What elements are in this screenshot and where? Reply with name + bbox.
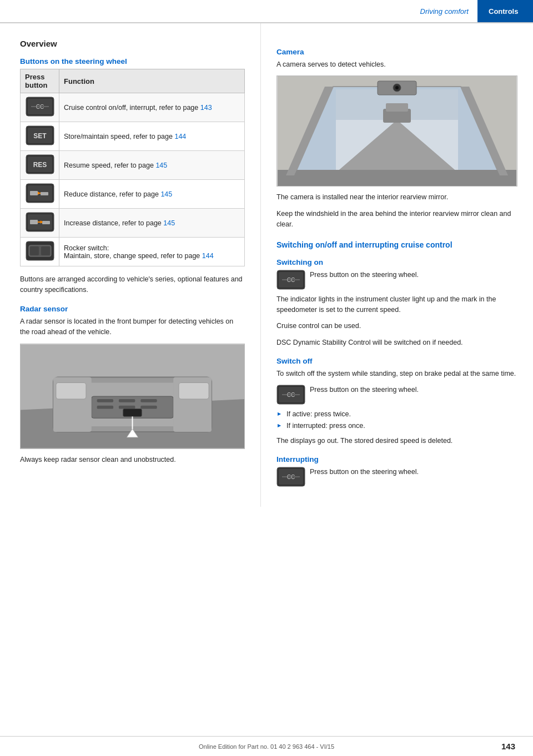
bullet-item: If active: press twice. xyxy=(276,409,517,420)
res-icon: RES xyxy=(26,154,54,174)
camera-svg xyxy=(277,75,517,187)
buttons-subtitle: Buttons on the steering wheel xyxy=(20,57,245,65)
svg-rect-18 xyxy=(30,220,38,224)
page-header: Driving comfort Controls xyxy=(0,0,533,23)
switch-off-bullets: If active: press twice. If interrupted: … xyxy=(276,409,517,431)
rocker-icon xyxy=(26,241,54,261)
switching-on-text: Press button on the steering wheel. xyxy=(310,270,517,280)
svg-rect-32 xyxy=(119,399,135,402)
table-row: Increase distance, refer to page 145 xyxy=(21,209,245,238)
table-cell-text: Increase distance, refer to page 145 xyxy=(64,219,175,227)
svg-rect-34 xyxy=(97,405,113,409)
svg-text:SET: SET xyxy=(33,132,47,140)
switching-on-subtitle: Switching on xyxy=(276,258,517,266)
increase-distance-icon xyxy=(26,212,54,232)
switching-on-desc1: The indicator lights in the instrument c… xyxy=(276,294,517,316)
camera-note1: The camera is installed near the interio… xyxy=(276,192,517,203)
svg-rect-24 xyxy=(30,246,39,255)
camera-note2: Keep the windshield in the area behind t… xyxy=(276,209,517,230)
radar-subtitle: Radar sensor xyxy=(20,305,245,313)
switching-on-desc2: Cruise control can be used. xyxy=(276,321,517,331)
radar-text: A radar sensor is located in the front b… xyxy=(20,316,245,338)
svg-rect-19 xyxy=(42,221,50,224)
camera-subtitle: Camera xyxy=(276,48,517,56)
switch-off-subtitle: Switch off xyxy=(276,357,517,365)
switching-on-row: CC Press button on the steering wheel. xyxy=(276,270,517,290)
reduce-distance-icon xyxy=(26,183,54,203)
radar-image xyxy=(20,344,245,449)
interrupting-row: CC Press button on the steering wheel. xyxy=(276,467,517,487)
overview-title: Overview xyxy=(20,39,245,48)
svg-text:RES: RES xyxy=(33,161,47,169)
table-row: SET Store/maintain speed, refer to page … xyxy=(21,122,245,151)
switch-off-row: CC Press button on the steering wheel. xyxy=(276,385,517,405)
switching-title: Switching on/off and interrupting cruise… xyxy=(276,240,517,249)
table-header-function: Function xyxy=(59,69,245,93)
switch-off-desc: The displays go out. The stored desired … xyxy=(276,436,517,446)
set-icon: SET xyxy=(26,125,54,145)
svg-rect-31 xyxy=(97,399,113,402)
bullet-item: If interrupted: press once. xyxy=(276,421,517,431)
svg-rect-50 xyxy=(386,103,408,112)
buttons-note: Buttons are arranged according to vehicl… xyxy=(20,274,245,296)
switch-off-icon: CC xyxy=(276,385,305,405)
cruise-icon: CC xyxy=(26,97,54,117)
camera-image xyxy=(276,75,517,187)
svg-point-53 xyxy=(395,86,399,89)
table-row: RES Resume speed, refer to page 145 xyxy=(21,151,245,180)
camera-text: A camera serves to detect vehicles. xyxy=(276,59,517,70)
table-cell-text: Reduce distance, refer to page 145 xyxy=(64,190,172,198)
radar-note: Always keep radar sensor clean and unobs… xyxy=(20,455,245,465)
svg-rect-13 xyxy=(41,192,48,195)
svg-rect-54 xyxy=(278,170,516,187)
interrupting-icon: CC xyxy=(276,467,305,487)
right-column: Camera A camera serves to detect vehicle… xyxy=(261,23,533,507)
buttons-table: Press but­ton Function CC xyxy=(20,69,245,266)
svg-rect-43 xyxy=(179,382,209,399)
svg-rect-42 xyxy=(56,382,86,399)
interrupting-subtitle: Interrupting xyxy=(276,455,517,463)
header-driving-comfort: Driving comfort xyxy=(411,7,477,16)
table-cell-text: Rocker switch:Maintain, store, change sp… xyxy=(64,244,214,260)
left-column: Overview Buttons on the steering wheel P… xyxy=(0,23,261,507)
footer-edition: Online Edition for Part no. 01 40 2 963 … xyxy=(199,743,334,750)
switching-on-icon: CC xyxy=(276,270,305,290)
table-row: Reduce distance, refer to page 145 xyxy=(21,180,245,209)
svg-rect-35 xyxy=(119,405,135,409)
switching-on-desc3: DSC Dynamic Stability Control will be sw… xyxy=(276,337,517,348)
svg-rect-12 xyxy=(30,191,38,195)
svg-rect-33 xyxy=(140,399,157,402)
svg-rect-36 xyxy=(140,405,157,409)
table-cell-text: Resume speed, refer to page 145 xyxy=(64,162,167,169)
table-row: Rocker switch:Maintain, store, change sp… xyxy=(21,238,245,266)
switch-off-btn-text: Press button on the steering wheel. xyxy=(310,385,517,395)
table-header-button: Press but­ton xyxy=(21,69,59,93)
table-cell-text: Store/maintain speed, refer to page 144 xyxy=(64,133,186,140)
svg-rect-25 xyxy=(41,246,50,255)
svg-rect-37 xyxy=(123,409,142,416)
radar-svg xyxy=(21,344,244,449)
table-cell-text: Cruise control on/off, interrupt, refer … xyxy=(64,104,212,112)
page-footer: Online Edition for Part no. 01 40 2 963 … xyxy=(0,736,533,756)
header-controls: Controls xyxy=(477,0,533,22)
main-content: Overview Buttons on the steering wheel P… xyxy=(0,23,533,507)
page-number: 143 xyxy=(501,742,515,751)
interrupting-btn-text: Press button on the steering wheel. xyxy=(310,467,517,477)
table-row: CC Cruise control on/off, interrupt, ref… xyxy=(21,93,245,122)
switch-off-text1: To switch off the system while standing,… xyxy=(276,369,517,379)
